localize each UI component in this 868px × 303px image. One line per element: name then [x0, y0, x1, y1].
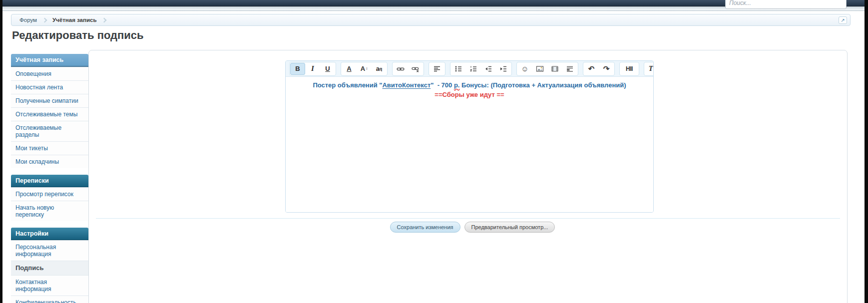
- underline-icon: U: [325, 65, 330, 72]
- sidebar-item-notifications[interactable]: Оповещения: [11, 67, 88, 80]
- toolbar-group-font: A A ↕ a q: [341, 62, 388, 76]
- link-icon: [397, 65, 405, 73]
- search-input[interactable]: [725, 0, 847, 9]
- undo-icon: ↶: [588, 64, 595, 73]
- toolbar-right-group: T x ↻: [644, 62, 654, 76]
- toolbar-group-remove-format: T x: [644, 62, 654, 76]
- chevron-right-icon: [102, 17, 107, 22]
- action-buttons-row: Сохранить изменения Предварительный прос…: [89, 222, 847, 233]
- toolbar-group-lists: [450, 62, 512, 76]
- outdent-icon: [484, 65, 492, 73]
- outdent-button[interactable]: [481, 63, 496, 75]
- font-size-icon: A: [361, 65, 365, 72]
- unlink-icon: [412, 65, 420, 73]
- toolbar-group-insert: ☺: [516, 62, 578, 76]
- editor-toolbar: B I U A A ↕ a q: [286, 61, 653, 77]
- sidebar-header-account: Учётная запись: [11, 54, 88, 67]
- toolbar-group-history: ↶ ↷: [583, 62, 615, 76]
- font-family-icon: a: [376, 65, 380, 72]
- font-family-button[interactable]: a q: [372, 63, 387, 75]
- underline-button[interactable]: U: [320, 63, 335, 75]
- undo-button[interactable]: ↶: [584, 63, 599, 75]
- sidebar-header-conversations: Переписки: [11, 175, 88, 187]
- breadcrumb: Форум Учётная запись ↗: [11, 14, 851, 26]
- text-color-icon: A: [347, 65, 351, 72]
- image-button[interactable]: [532, 63, 547, 75]
- media-icon: [551, 65, 559, 73]
- sidebar-item-my-tickets[interactable]: Мои тикеты: [11, 141, 88, 155]
- remove-format-button[interactable]: T x: [645, 63, 654, 75]
- preview-button[interactable]: Предварительный просмотр...: [464, 222, 555, 233]
- unlink-button[interactable]: [408, 63, 423, 75]
- toolbar-group-link: [392, 62, 424, 76]
- italic-button[interactable]: I: [305, 63, 320, 75]
- toolbar-group-hide: HII: [619, 62, 639, 76]
- redo-button[interactable]: ↷: [599, 63, 614, 75]
- bold-button[interactable]: B: [290, 63, 305, 75]
- main-content-panel: B I U A A ↕ a q: [88, 50, 848, 303]
- text-color-button[interactable]: A: [342, 63, 357, 75]
- font-size-button[interactable]: A ↕: [357, 63, 372, 75]
- smiley-icon: ☺: [521, 64, 528, 73]
- numbered-list-button[interactable]: [466, 63, 481, 75]
- signature-content-area[interactable]: Постер объявлений "АвитоКонтекст" - 700 …: [286, 77, 653, 213]
- breadcrumb-forum[interactable]: Форум: [14, 17, 42, 23]
- numbered-list-icon: [469, 65, 477, 73]
- redo-icon: ↷: [603, 64, 610, 73]
- signature-line-1: Постер объявлений "АвитоКонтекст" - 700 …: [286, 80, 653, 90]
- sidebar-item-my-skladchiny[interactable]: Мои складчины: [11, 155, 88, 168]
- sidebar-item-personal-info[interactable]: Персональная информация: [11, 240, 88, 261]
- bullet-list-button[interactable]: [451, 63, 466, 75]
- page-title: Редактировать подпись: [12, 29, 144, 42]
- sidebar-item-new-conversation[interactable]: Начать новую переписку: [11, 201, 88, 221]
- sidebar: Учётная запись Оповещения Новостная лент…: [11, 54, 88, 303]
- sidebar-item-followed-topics[interactable]: Отслеживаемые темы: [11, 107, 88, 121]
- emoticon-button[interactable]: ☺: [517, 63, 532, 75]
- sidebar-item-received-likes[interactable]: Полученные симпатии: [11, 94, 88, 107]
- sidebar-section-settings: Настройки Персональная информация Подпис…: [11, 228, 88, 303]
- indent-icon: [499, 65, 507, 73]
- toolbar-group-basic: B I U: [289, 62, 336, 76]
- form-separator: [96, 218, 840, 219]
- sidebar-item-view-conversations[interactable]: Просмотр переписок: [11, 187, 88, 201]
- signature-link[interactable]: АвитоКонтекст: [382, 81, 431, 89]
- sidebar-header-settings: Настройки: [11, 228, 88, 240]
- align-left-icon: [433, 65, 441, 73]
- sidebar-item-signature[interactable]: Подпись: [11, 261, 88, 275]
- align-button[interactable]: [430, 63, 444, 75]
- sidebar-section-conversations: Переписки Просмотр переписок Начать нову…: [11, 175, 88, 221]
- sidebar-item-privacy[interactable]: Конфиденциальность: [11, 296, 88, 303]
- image-icon: [536, 65, 544, 73]
- page-background: Форум Учётная запись ↗ Редактировать под…: [2, 0, 865, 303]
- hide-bbcode-button[interactable]: HII: [620, 63, 638, 75]
- link-button[interactable]: [393, 63, 408, 75]
- sidebar-item-news-feed[interactable]: Новостная лента: [11, 80, 88, 94]
- toolbar-group-align: [429, 62, 445, 76]
- italic-icon: I: [311, 64, 314, 73]
- breadcrumb-account[interactable]: Учётная запись: [47, 17, 102, 23]
- chevron-right-icon: [42, 17, 47, 22]
- save-changes-button[interactable]: Сохранить изменения: [390, 222, 460, 233]
- bullet-list-icon: [454, 65, 462, 73]
- media-button[interactable]: [547, 63, 562, 75]
- indent-button[interactable]: [496, 63, 511, 75]
- quote-button[interactable]: [562, 63, 577, 75]
- size-arrow-icon: ↕: [366, 66, 368, 71]
- sidebar-item-followed-forums[interactable]: Отслеживаемые разделы: [11, 121, 88, 141]
- sidebar-item-contact-info[interactable]: Контактная информация: [11, 275, 88, 296]
- signature-line-2: ==Сборы уже идут ==: [286, 90, 653, 99]
- quote-block-icon: [566, 65, 574, 73]
- sidebar-section-account: Учётная запись Оповещения Новостная лент…: [11, 54, 88, 168]
- remove-format-icon: T: [649, 65, 653, 73]
- external-link-icon[interactable]: ↗: [839, 16, 847, 24]
- signature-editor: B I U A A ↕ a q: [285, 60, 654, 213]
